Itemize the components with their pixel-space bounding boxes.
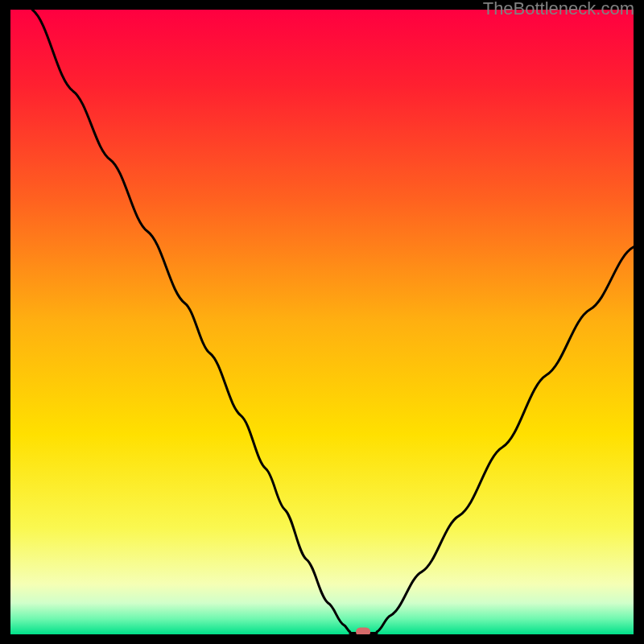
attribution-text: TheBottleneck.com	[483, 0, 634, 19]
chart-svg	[10, 10, 634, 634]
optimum-marker	[356, 627, 370, 634]
plot-area	[10, 10, 634, 634]
bottleneck-chart-root: TheBottleneck.com	[0, 0, 644, 644]
gradient-bg	[10, 10, 634, 634]
